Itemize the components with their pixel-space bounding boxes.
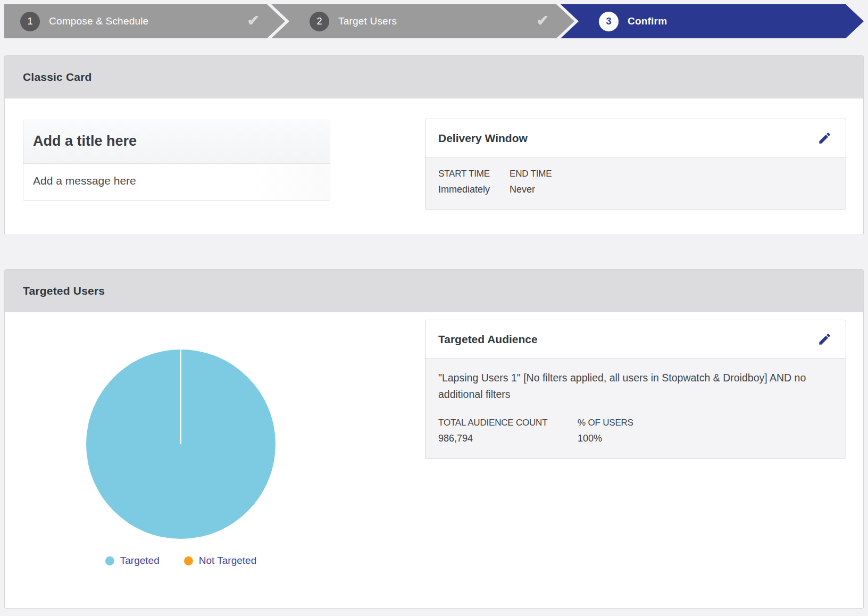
targeted-users-section: Targeted Users Targeted Not Targeted Tar… [4, 269, 864, 609]
legend-item-not-targeted[interactable]: Not Targeted [184, 555, 256, 567]
step-label: Confirm [628, 15, 667, 27]
not-targeted-dot-icon [184, 556, 193, 565]
step-confirm[interactable]: 3 Confirm [561, 4, 864, 38]
start-time-label: START TIME [438, 169, 510, 179]
delivery-window-panel: Delivery Window START TIME END TIME Imme… [425, 119, 846, 210]
targeted-dot-icon [105, 556, 114, 565]
delivery-window-title: Delivery Window [438, 132, 528, 145]
total-audience-count-label: TOTAL AUDIENCE COUNT [438, 418, 578, 428]
percent-of-users-value: 100% [578, 433, 833, 444]
pie-legend: Targeted Not Targeted [105, 555, 256, 567]
total-audience-count-value: 986,794 [438, 433, 578, 444]
end-time-label: END TIME [510, 169, 833, 179]
targeted-audience-title: Targeted Audience [438, 333, 538, 346]
audience-description: "Lapsing Users 1" [No filters applied, a… [438, 370, 832, 403]
section-title: Classic Card [23, 71, 92, 84]
card-message-placeholder: Add a message here [23, 164, 330, 200]
start-time-value: Immediately [438, 184, 510, 195]
step-number-badge: 1 [20, 12, 40, 31]
audience-pie-chart [86, 349, 276, 539]
legend-item-targeted[interactable]: Targeted [105, 555, 160, 567]
legend-label: Targeted [120, 555, 160, 567]
end-time-value: Never [510, 184, 833, 195]
edit-delivery-window-button[interactable] [816, 130, 833, 146]
targeted-users-section-header: Targeted Users [5, 270, 863, 312]
section-title: Targeted Users [23, 285, 105, 297]
step-label: Target Users [338, 15, 397, 27]
classic-card-section: Classic Card Add a title here Add a mess… [4, 55, 864, 235]
edit-targeted-audience-button[interactable] [816, 331, 833, 347]
wizard-stepper: 1 Compose & Schedule ✔ 2 Target Users ✔ … [4, 4, 864, 38]
targeted-audience-panel: Targeted Audience "Lapsing Users 1" [No … [425, 320, 846, 459]
pencil-icon [817, 131, 832, 145]
classic-card-section-header: Classic Card [5, 56, 863, 98]
legend-label: Not Targeted [199, 555, 256, 567]
step-number-badge: 2 [310, 12, 329, 31]
pencil-icon [817, 332, 832, 346]
step-complete-check-icon: ✔ [247, 12, 260, 29]
message-card-preview: Add a title here Add a message here [23, 120, 330, 201]
card-title-placeholder: Add a title here [23, 120, 330, 164]
audience-pie-chart-area: Targeted Not Targeted [23, 349, 339, 567]
percent-of-users-label: % OF USERS [578, 418, 833, 428]
step-target-users[interactable]: 2 Target Users ✔ [271, 4, 574, 38]
step-complete-check-icon: ✔ [537, 12, 549, 29]
step-label: Compose & Schedule [49, 15, 148, 27]
step-compose-schedule[interactable]: 1 Compose & Schedule ✔ [4, 4, 285, 38]
pie-slice-divider [180, 349, 181, 444]
step-number-badge: 3 [599, 12, 619, 31]
